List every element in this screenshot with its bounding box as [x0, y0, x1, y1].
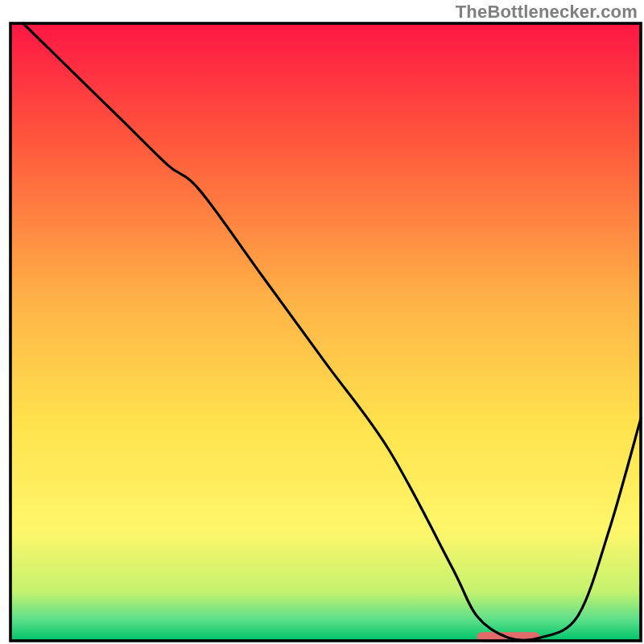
chart-root: TheBottlenecker.com — [0, 0, 644, 644]
attribution-label: TheBottlenecker.com — [456, 2, 638, 23]
plot-background — [10, 23, 641, 641]
bottleneck-chart — [0, 0, 644, 644]
